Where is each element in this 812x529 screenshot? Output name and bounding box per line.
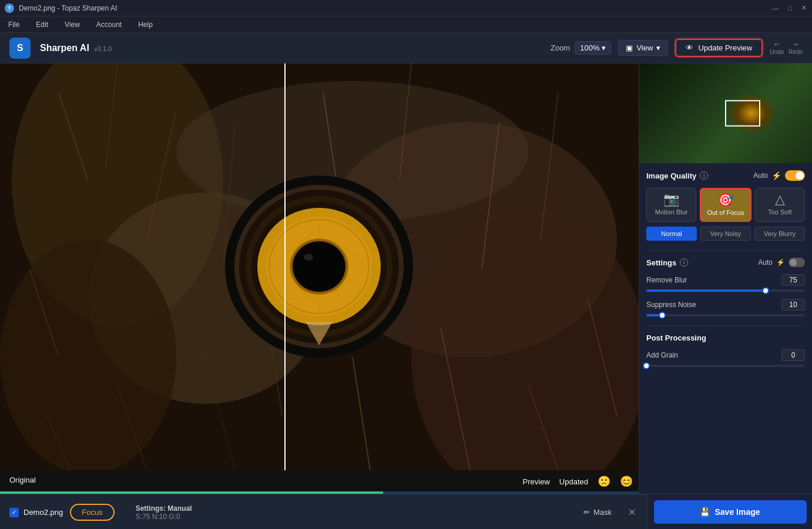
remove-blur-row: Remove Blur 75 bbox=[646, 274, 805, 292]
settings-header: Settings i Auto ⚡ bbox=[646, 258, 805, 267]
minimize-button[interactable]: — bbox=[772, 5, 779, 12]
app-title-group: Sharpen AI v3.1.0 bbox=[40, 43, 112, 53]
app-version: v3.1.0 bbox=[94, 45, 112, 52]
settings-toggle[interactable] bbox=[788, 258, 805, 267]
settings-value: Manual bbox=[167, 504, 192, 513]
redo-button[interactable]: ↪ Redo bbox=[788, 41, 803, 55]
very-noisy-button[interactable]: Very Noisy bbox=[700, 227, 751, 241]
save-icon: 💾 bbox=[700, 507, 710, 517]
maximize-button[interactable]: □ bbox=[786, 5, 793, 12]
filename-label: Demo2.png bbox=[24, 508, 63, 517]
out-of-focus-icon: 🎯 bbox=[717, 194, 733, 207]
checkbox-icon[interactable]: ✓ bbox=[9, 508, 19, 517]
close-file-button[interactable]: ✕ bbox=[626, 504, 638, 520]
sad-emoji[interactable]: 🙁 bbox=[598, 475, 610, 488]
focus-button[interactable]: Focus bbox=[70, 504, 114, 521]
view-button[interactable]: ▣ View ▾ bbox=[618, 40, 668, 56]
quality-types: 📷 Motion Blur 🎯 Out of Focus △ Too Soft bbox=[646, 188, 805, 222]
thumbnail-viewport[interactable] bbox=[725, 100, 760, 127]
settings-info: Settings: Manual S:75 N:10 G:0 bbox=[136, 504, 192, 521]
menu-edit[interactable]: Edit bbox=[32, 19, 52, 30]
settings-auto-group[interactable]: Auto ⚡ bbox=[758, 258, 805, 267]
too-soft-button[interactable]: △ Too Soft bbox=[755, 188, 805, 222]
image-canvas bbox=[0, 63, 639, 470]
close-button[interactable]: ✕ bbox=[800, 5, 807, 12]
image-quality-info[interactable]: i bbox=[700, 171, 708, 180]
eye-icon: 👁 bbox=[686, 43, 693, 52]
file-checkbox[interactable]: ✓ Demo2.png bbox=[9, 508, 63, 517]
bottom-bar: ✓ Demo2.png Focus Settings: Manual S:75 … bbox=[0, 494, 647, 529]
suppress-noise-value[interactable]: 10 bbox=[781, 299, 805, 311]
settings-lightning-icon: ⚡ bbox=[776, 258, 785, 267]
panel-content: Image Quality i Auto ⚡ 📷 Motion Blur bbox=[639, 163, 812, 494]
blur-levels: Normal Very Noisy Very Blurry bbox=[646, 227, 805, 241]
settings-title: Settings i bbox=[646, 258, 688, 267]
save-image-button[interactable]: 💾 Save Image bbox=[654, 500, 807, 524]
title-bar: T Demo2.png - Topaz Sharpen AI — □ ✕ bbox=[0, 0, 812, 16]
title-bar-left: T Demo2.png - Topaz Sharpen AI bbox=[5, 4, 117, 13]
app-icon: T bbox=[5, 4, 14, 13]
menu-file[interactable]: File bbox=[5, 19, 23, 30]
menu-account[interactable]: Account bbox=[93, 19, 125, 30]
progress-bar bbox=[0, 491, 639, 494]
canvas-area[interactable]: Original Preview Updated 🙁 😊 bbox=[0, 63, 639, 494]
window-controls[interactable]: — □ ✕ bbox=[772, 5, 807, 12]
mask-button[interactable]: ✏ Mask bbox=[576, 504, 619, 520]
zoom-dropdown[interactable]: 100% ▾ bbox=[575, 41, 611, 55]
save-section: 💾 Save Image bbox=[647, 494, 812, 529]
happy-emoji[interactable]: 😊 bbox=[620, 475, 633, 488]
suppress-noise-row: Suppress Noise 10 bbox=[646, 299, 805, 316]
view-split-icon: ▣ bbox=[626, 43, 633, 52]
remove-blur-label: Remove Blur bbox=[646, 276, 687, 284]
update-preview-button[interactable]: 👁 Update Preview bbox=[675, 39, 763, 57]
preview-label: Preview bbox=[523, 477, 550, 486]
svg-point-42 bbox=[304, 254, 313, 261]
suppress-noise-thumb[interactable] bbox=[659, 312, 666, 319]
add-grain-track[interactable] bbox=[646, 365, 805, 367]
settings-toggle-thumb bbox=[790, 259, 797, 266]
motion-blur-icon: 📷 bbox=[663, 193, 679, 206]
post-processing-section: Post Processing Add Grain 0 bbox=[646, 333, 805, 367]
auto-toggle-track[interactable] bbox=[785, 170, 805, 181]
redo-icon: ↪ bbox=[793, 41, 798, 48]
motion-blur-button[interactable]: 📷 Motion Blur bbox=[646, 188, 696, 222]
bottom-container: ✓ Demo2.png Focus Settings: Manual S:75 … bbox=[0, 494, 812, 529]
remove-blur-track[interactable] bbox=[646, 289, 805, 292]
add-grain-thumb[interactable] bbox=[643, 362, 650, 369]
chevron-down-icon: ▾ bbox=[602, 43, 606, 52]
zoom-control: Zoom 100% ▾ bbox=[551, 41, 611, 55]
undo-redo-group: ↩ Undo ↪ Redo bbox=[770, 41, 803, 55]
svg-point-41 bbox=[294, 243, 344, 290]
app-logo: S bbox=[9, 38, 31, 59]
auto-toggle-thumb bbox=[796, 171, 804, 180]
image-quality-header: Image Quality i Auto ⚡ bbox=[646, 170, 805, 181]
suppress-noise-label: Suppress Noise bbox=[646, 301, 696, 309]
remove-blur-fill bbox=[646, 289, 766, 292]
menu-bar: File Edit View Account Help bbox=[0, 16, 812, 33]
too-soft-icon: △ bbox=[775, 193, 785, 206]
post-processing-title: Post Processing bbox=[646, 333, 805, 342]
menu-help[interactable]: Help bbox=[135, 19, 156, 30]
undo-button[interactable]: ↩ Undo bbox=[770, 41, 784, 55]
out-of-focus-button[interactable]: 🎯 Out of Focus bbox=[700, 188, 751, 222]
suppress-noise-track[interactable] bbox=[646, 314, 805, 316]
chevron-down-icon: ▾ bbox=[656, 43, 660, 52]
menu-view[interactable]: View bbox=[61, 19, 83, 30]
add-grain-value[interactable]: 0 bbox=[781, 349, 805, 361]
normal-level-button[interactable]: Normal bbox=[646, 227, 697, 241]
remove-blur-value[interactable]: 75 bbox=[781, 274, 805, 286]
svg-point-4 bbox=[0, 240, 176, 470]
original-label: Original bbox=[9, 476, 36, 484]
settings-info-icon[interactable]: i bbox=[680, 258, 688, 267]
settings-label: Settings: bbox=[136, 504, 166, 513]
image-quality-title: Image Quality i bbox=[646, 171, 708, 180]
main-layout: Original Preview Updated 🙁 😊 Image Quali… bbox=[0, 63, 812, 494]
add-grain-row: Add Grain 0 bbox=[646, 349, 805, 367]
very-blurry-button[interactable]: Very Blurry bbox=[754, 227, 805, 241]
right-panel: Image Quality i Auto ⚡ 📷 Motion Blur bbox=[639, 63, 812, 494]
preview-updated: Preview Updated 🙁 😊 bbox=[523, 475, 633, 488]
auto-toggle-group[interactable]: Auto ⚡ bbox=[753, 170, 805, 181]
lightning-icon: ⚡ bbox=[771, 171, 781, 180]
add-grain-label: Add Grain bbox=[646, 351, 678, 359]
remove-blur-thumb[interactable] bbox=[762, 287, 769, 294]
